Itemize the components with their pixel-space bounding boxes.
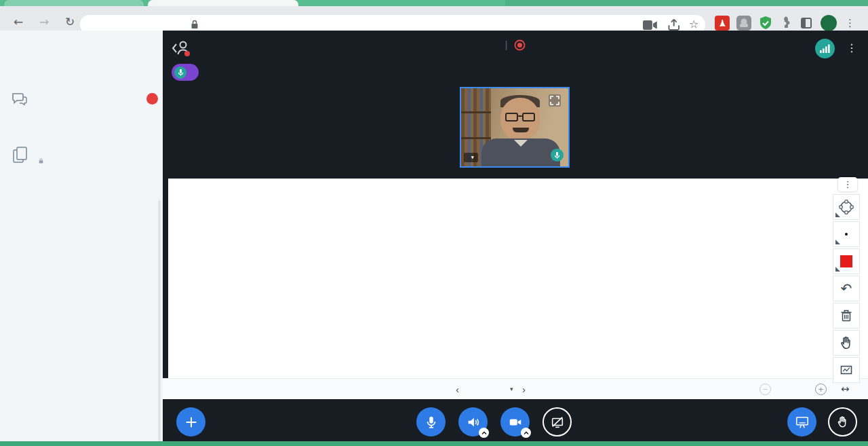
shared-notes-icon — [12, 145, 29, 166]
pan-tool-button[interactable] — [833, 330, 860, 356]
previous-slide-button[interactable]: ‹ — [456, 379, 459, 400]
screenshare-button[interactable] — [542, 407, 572, 436]
chat-unread-badge — [146, 93, 158, 105]
shield-extension-icon[interactable] — [758, 16, 773, 31]
meeting-options-menu[interactable]: ⋮ — [845, 39, 859, 57]
extensions-puzzle-icon[interactable] — [778, 16, 793, 31]
undo-annotation-button[interactable]: ↶ — [833, 276, 860, 301]
chat-icon — [11, 90, 28, 108]
color-swatch-icon — [837, 253, 855, 270]
undo-icon: ↶ — [841, 282, 852, 295]
restore-presentation-button[interactable] — [787, 407, 816, 436]
audio-options-chevron[interactable] — [479, 428, 489, 438]
webcam-share-button[interactable] — [500, 407, 530, 436]
recording-indicator-icon[interactable] — [514, 39, 526, 51]
trash-icon — [837, 307, 855, 324]
actions-plus-button[interactable] — [176, 407, 205, 436]
talking-mic-icon — [174, 67, 186, 79]
browser-reload-button[interactable]: ↻ — [61, 14, 79, 30]
shape-tool-button[interactable] — [833, 194, 860, 220]
browser-tab[interactable] — [4, 0, 144, 6]
microphone-icon — [424, 415, 439, 430]
extension-icon[interactable] — [736, 16, 751, 31]
plus-icon — [184, 415, 199, 430]
sidebar-item-shared-notes[interactable] — [0, 143, 159, 172]
chart-board-icon — [837, 361, 855, 379]
presentation-nav-bar: ‹ ▾ › − + ↔ — [163, 378, 868, 399]
browser-profile-avatar[interactable] — [821, 15, 837, 31]
browser-tab-strip — [0, 0, 868, 6]
sidebar-item-public-chat[interactable] — [0, 86, 159, 112]
zoom-out-button[interactable]: − — [760, 384, 771, 395]
next-slide-button[interactable]: › — [522, 379, 526, 400]
webcam-video: ▾ — [460, 87, 570, 168]
thickness-dot-icon — [837, 225, 855, 243]
sidebar — [0, 31, 163, 442]
browser-tab-group — [505, 0, 868, 6]
color-tool-button[interactable] — [833, 248, 860, 274]
raised-hand-icon — [835, 415, 850, 429]
raise-hand-button[interactable] — [828, 407, 857, 436]
chevron-down-icon: ▾ — [471, 155, 474, 160]
webcam-options-chevron[interactable] — [521, 428, 531, 438]
hand-pan-icon — [838, 335, 854, 351]
browser-back-button[interactable]: ← — [9, 14, 27, 30]
speaker-icon — [466, 415, 481, 430]
meeting-title-bar: | — [163, 31, 868, 59]
pdf-extension-icon[interactable] — [715, 16, 730, 31]
shared-notes-status — [38, 157, 45, 164]
screenshare-off-icon — [550, 415, 565, 430]
slide-figure — [168, 179, 868, 378]
title-divider: | — [505, 39, 508, 50]
ellipse-tool-icon — [837, 198, 855, 216]
user-list — [0, 200, 163, 446]
camera-icon — [508, 415, 523, 430]
thickness-tool-button[interactable] — [833, 221, 860, 247]
whiteboard-options-menu[interactable]: ⋮ — [838, 177, 857, 191]
slide-dropdown-chevron-icon[interactable]: ▾ — [510, 379, 513, 400]
webcam-mic-icon — [551, 149, 564, 162]
sidebar-scrollbar[interactable] — [158, 200, 161, 446]
mute-microphone-button[interactable] — [416, 407, 446, 436]
signal-bars-icon — [820, 44, 830, 53]
zoom-in-button[interactable]: + — [815, 384, 827, 395]
window-bottom-border — [0, 441, 868, 446]
browser-active-tab[interactable] — [148, 0, 298, 6]
clear-annotations-button[interactable] — [833, 303, 860, 329]
tab-organizer-icon[interactable] — [799, 16, 814, 31]
browser-forward-button[interactable]: → — [35, 14, 53, 30]
multiuser-whiteboard-button[interactable] — [833, 357, 860, 383]
presentation-whiteboard[interactable] — [168, 179, 868, 378]
lock-icon — [191, 20, 199, 29]
webcam-fullscreen-button[interactable] — [549, 94, 561, 107]
webcam-name-dropdown[interactable]: ▾ — [464, 153, 478, 162]
audio-output-button[interactable] — [458, 407, 488, 436]
browser-menu-icon[interactable]: ⋮ — [845, 15, 855, 31]
lock-icon — [38, 157, 44, 164]
share-icon[interactable] — [667, 17, 682, 32]
talking-indicator[interactable] — [172, 64, 199, 81]
presentation-board-icon — [795, 415, 810, 430]
browser-toolbar: ← → ↻ ☆ ⋮ — [0, 6, 868, 31]
connection-status-button[interactable] — [815, 39, 835, 58]
